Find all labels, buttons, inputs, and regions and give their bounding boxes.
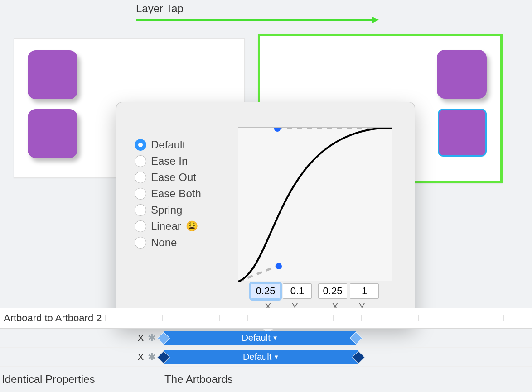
easing-option-label: Default bbox=[151, 139, 185, 151]
easing-option-label: Ease Out bbox=[151, 171, 196, 184]
timeline-header: Artboard to Artboard 2 bbox=[0, 308, 532, 329]
weary-face-icon: 😩 bbox=[186, 220, 198, 232]
chevron-down-icon: ▼ bbox=[273, 354, 279, 360]
svg-point-5 bbox=[274, 128, 281, 132]
chevron-down-icon: ▼ bbox=[272, 335, 278, 341]
easing-options: Default Ease In Ease Out Ease Both Sprin… bbox=[135, 139, 201, 249]
radio-icon bbox=[135, 220, 146, 232]
snowflake-icon[interactable]: ✱ bbox=[148, 332, 156, 344]
arrow-icon bbox=[136, 14, 381, 27]
layer-purple-1-dest[interactable] bbox=[437, 50, 487, 99]
easing-option-label: None bbox=[151, 236, 177, 249]
snowflake-icon[interactable]: ✱ bbox=[148, 351, 156, 363]
easing-bar-label: Default bbox=[242, 333, 270, 343]
footer-left-label: Identical Properties bbox=[2, 373, 95, 386]
svg-point-4 bbox=[276, 263, 282, 269]
layer-purple-2-dest-selected[interactable] bbox=[438, 109, 487, 157]
layer-purple-1[interactable] bbox=[28, 50, 77, 99]
easing-option-ease-both[interactable]: Ease Both bbox=[135, 187, 201, 200]
easing-option-linear[interactable]: Linear 😩 bbox=[135, 220, 201, 233]
layer-purple-2[interactable] bbox=[28, 109, 77, 158]
radio-icon bbox=[135, 172, 146, 183]
radio-icon bbox=[135, 188, 146, 200]
timeline-footer: Identical Properties The Artboards bbox=[0, 367, 532, 392]
easing-bar-dropdown[interactable]: Default ▼ bbox=[164, 350, 358, 364]
easing-option-label: Ease Both bbox=[151, 187, 201, 200]
svg-marker-1 bbox=[372, 16, 379, 24]
timeline-panel: Artboard to Artboard 2 X ✱ Default ▼ bbox=[0, 308, 532, 392]
easing-option-label: Linear bbox=[151, 220, 181, 233]
radio-icon bbox=[135, 204, 146, 216]
radio-selected-icon bbox=[135, 139, 146, 151]
cp2-y-input[interactable] bbox=[350, 283, 379, 299]
table-row: X ✱ Default ▼ bbox=[0, 348, 532, 367]
timeline-ruler[interactable] bbox=[105, 315, 532, 321]
cp1-x-input[interactable] bbox=[251, 283, 280, 299]
easing-bar-label: Default bbox=[243, 352, 271, 362]
easing-option-label: Spring bbox=[151, 204, 182, 216]
cp1-y-input[interactable] bbox=[283, 283, 312, 299]
property-label: X bbox=[137, 351, 144, 363]
bezier-curve-preview[interactable] bbox=[238, 127, 392, 281]
radio-icon bbox=[135, 237, 146, 249]
radio-icon bbox=[135, 155, 146, 167]
easing-option-none[interactable]: None bbox=[135, 236, 201, 249]
easing-option-ease-in[interactable]: Ease In bbox=[135, 155, 201, 167]
property-label: X bbox=[137, 332, 144, 344]
keyframe-end-icon[interactable] bbox=[352, 350, 365, 363]
table-row: X ✱ Default ▼ bbox=[0, 329, 532, 348]
easing-option-spring[interactable]: Spring bbox=[135, 204, 201, 216]
cp2-x-input[interactable] bbox=[318, 283, 347, 299]
transition-title: Artboard to Artboard 2 bbox=[0, 312, 105, 324]
easing-popover: Default Ease In Ease Out Ease Both Sprin… bbox=[116, 102, 415, 325]
easing-bar-dropdown[interactable]: Default ▼ bbox=[164, 331, 356, 345]
easing-option-label: Ease In bbox=[151, 155, 188, 167]
easing-option-ease-out[interactable]: Ease Out bbox=[135, 171, 201, 184]
easing-option-default[interactable]: Default bbox=[135, 139, 201, 151]
annotation-label: Layer Tap bbox=[136, 2, 184, 15]
footer-right-label: The Artboards bbox=[164, 373, 233, 385]
keyframe-end-icon[interactable] bbox=[350, 331, 363, 344]
